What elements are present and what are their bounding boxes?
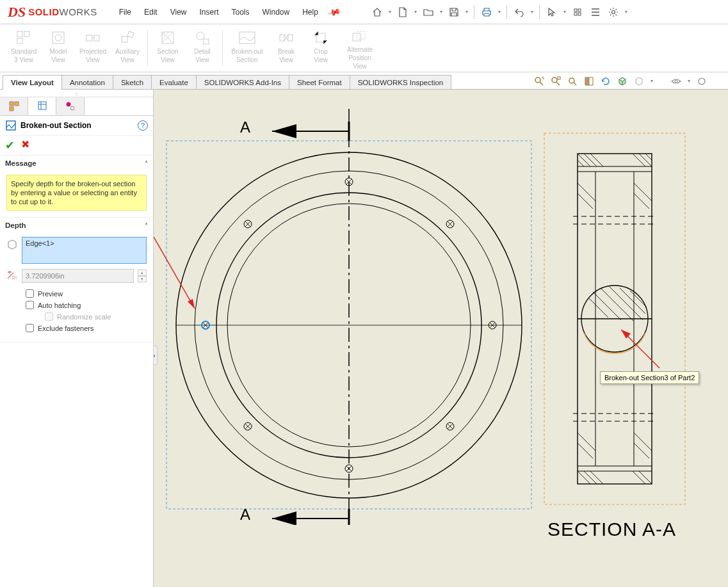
model-icon — [49, 29, 67, 47]
ribbon-standard-3-view[interactable]: Standard3 View — [6, 26, 41, 70]
front-view[interactable] — [163, 102, 547, 525]
ribbon-alternate-position-view[interactable]: AlternatePositionView — [338, 26, 382, 70]
undo-button[interactable] — [511, 4, 528, 20]
tab-solidworks-inspection[interactable]: SOLIDWORKS Inspection — [350, 75, 452, 89]
logo-text-1: SOLID — [28, 6, 59, 17]
tab-sketch[interactable]: Sketch — [113, 75, 152, 89]
display-style-icon[interactable] — [615, 74, 629, 88]
tab-evaluate[interactable]: Evaluate — [151, 75, 197, 89]
menu-view[interactable]: View — [164, 5, 193, 19]
menu-insert[interactable]: Insert — [193, 5, 225, 19]
message-section: Message ˄ Specify depth for the broken-o… — [0, 156, 153, 218]
cancel-button[interactable]: ✖ — [21, 138, 29, 152]
depth-header[interactable]: Depth ˄ — [0, 218, 153, 233]
ribbon-detail-view[interactable]: DetailView — [185, 26, 220, 70]
depth-spinner[interactable]: ▴▾ — [138, 269, 147, 282]
tooltip-text: Broken-out Section3 of Part2 — [604, 374, 695, 382]
tab-strip: View LayoutAnnotationSketchEvaluateSOLID… — [0, 72, 728, 90]
home-button[interactable] — [369, 4, 385, 20]
detail-icon — [193, 29, 211, 47]
ribbon-auxiliary-view[interactable]: AuxiliaryView — [110, 26, 145, 70]
ribbon-break-view[interactable]: BreakView — [269, 26, 303, 70]
panel-grip[interactable]: ○ — [0, 90, 153, 97]
property-mgr-tab[interactable] — [28, 97, 56, 115]
svg-rect-2 — [574, 13, 577, 15]
spin-up-icon[interactable]: ▴ — [138, 269, 147, 276]
menu-window[interactable]: Window — [256, 5, 296, 19]
feature-tree-tab[interactable] — [0, 97, 28, 115]
svg-rect-19 — [288, 35, 293, 41]
save-button[interactable] — [446, 4, 462, 20]
visibility-icon[interactable] — [669, 74, 683, 88]
dropdown-icon[interactable]: ▾ — [686, 78, 692, 84]
tab-annotation[interactable]: Annotation — [61, 75, 113, 89]
tab-sheet-format[interactable]: Sheet Format — [289, 75, 350, 89]
ribbon-model-view[interactable]: ModelView — [41, 26, 76, 70]
zoom-prev-icon[interactable] — [565, 74, 579, 88]
edit-scene-icon[interactable] — [695, 74, 709, 88]
pin-icon[interactable]: 📌 — [327, 4, 341, 19]
workspace: ○ Broken-out Section ? ✔ ✖ Message ˄ Spe… — [0, 90, 728, 587]
dropdown-icon[interactable]: ▾ — [562, 9, 568, 15]
open-button[interactable] — [420, 4, 437, 20]
randomize-label: Randomize scale — [57, 313, 111, 321]
svg-rect-11 — [94, 35, 99, 41]
print-button[interactable] — [478, 4, 495, 20]
dropdown-icon[interactable]: ▾ — [412, 9, 419, 15]
menu-help[interactable]: Help — [296, 5, 325, 19]
break-icon — [277, 29, 295, 47]
spin-down-icon[interactable]: ▾ — [138, 276, 147, 282]
dropdown-icon[interactable]: ▾ — [464, 9, 470, 15]
section-view-aa[interactable] — [538, 127, 692, 536]
auxiliary-icon — [118, 29, 136, 47]
preview-checkbox[interactable]: Preview — [26, 289, 147, 298]
tab-view-layout[interactable]: View Layout — [3, 75, 62, 89]
tooltip: Broken-out Section3 of Part2 — [600, 371, 699, 384]
crop-icon — [312, 29, 330, 47]
options-list-button[interactable] — [587, 4, 604, 20]
svg-rect-25 — [558, 77, 560, 79]
dropdown-icon[interactable]: ▾ — [529, 9, 535, 15]
menu-file[interactable]: File — [113, 5, 138, 19]
feature-title: Broken-out Section — [20, 121, 134, 130]
zoom-area-icon[interactable] — [549, 74, 563, 88]
config-mgr-tab[interactable] — [56, 97, 85, 115]
dropdown-icon[interactable]: ▾ — [623, 9, 629, 15]
dropdown-icon[interactable]: ▾ — [387, 9, 393, 15]
ribbon-broken-out-section[interactable]: Broken-outSection — [225, 26, 269, 70]
depth-selection-box[interactable]: Edge<1> — [22, 237, 147, 264]
exclude-fasteners-checkbox[interactable]: Exclude fasteners — [26, 324, 147, 332]
autohatch-checkbox[interactable]: Auto hatching — [26, 301, 147, 309]
tab-solidworks-add-ins[interactable]: SOLIDWORKS Add-Ins — [196, 75, 289, 89]
menu-tools[interactable]: Tools — [225, 5, 255, 19]
property-panel: ○ Broken-out Section ? ✔ ✖ Message ˄ Spe… — [0, 90, 154, 587]
dropdown-icon[interactable]: ▾ — [649, 78, 655, 84]
svg-rect-1 — [578, 9, 581, 12]
dimension-icon: D1 — [6, 270, 18, 282]
help-icon[interactable]: ? — [138, 120, 148, 131]
menu-edit[interactable]: Edit — [138, 5, 164, 19]
rebuild-button[interactable] — [569, 4, 586, 20]
dropdown-icon[interactable]: ▾ — [496, 9, 503, 15]
hide-show-icon[interactable] — [632, 74, 646, 88]
preview-label: Preview — [38, 290, 63, 298]
ok-button[interactable]: ✔ — [5, 138, 15, 152]
panel-collapse-handle[interactable]: ◂ — [154, 346, 158, 365]
standard-icon — [15, 29, 33, 47]
panel-tab-row — [0, 97, 153, 116]
ribbon-crop-view[interactable]: CropView — [303, 26, 338, 70]
drawing-canvas[interactable]: ◂ — [154, 90, 728, 587]
depth-value-input[interactable] — [22, 269, 134, 283]
ribbon-section-view[interactable]: SectionView — [150, 26, 185, 70]
ribbon-projected-view[interactable]: ProjectedView — [76, 26, 110, 70]
select-button[interactable] — [544, 4, 560, 20]
new-button[interactable] — [394, 4, 411, 20]
svg-rect-22 — [357, 31, 365, 39]
message-header[interactable]: Message ˄ — [0, 156, 153, 171]
svg-rect-29 — [10, 102, 13, 106]
settings-button[interactable] — [605, 4, 622, 20]
dropdown-icon[interactable]: ▾ — [438, 9, 444, 15]
section-view-icon[interactable] — [582, 74, 596, 88]
zoom-fit-icon[interactable] — [532, 74, 546, 88]
rotate-icon[interactable] — [599, 74, 613, 88]
